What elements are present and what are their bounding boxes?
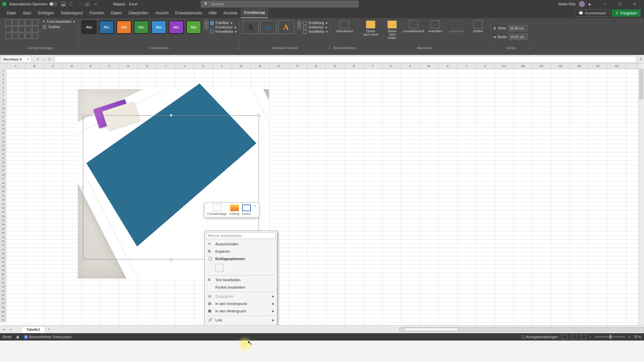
row-header[interactable]: 30: [0, 189, 6, 193]
mini-style-button[interactable]: Formatvorlage: [207, 204, 227, 216]
tab-ueberpruefen[interactable]: Überprüfen: [125, 8, 152, 18]
style-chip[interactable]: Abc: [134, 20, 149, 34]
row-header[interactable]: 60: [0, 314, 6, 318]
resize-handle[interactable]: [170, 114, 172, 117]
menu-edit-text[interactable]: AText bearbeiten: [205, 276, 277, 284]
row-header[interactable]: 8: [0, 98, 6, 102]
column-header[interactable]: W: [420, 64, 438, 69]
column-header[interactable]: AD: [551, 64, 570, 69]
row-header[interactable]: 6: [0, 90, 6, 94]
column-header[interactable]: K: [194, 64, 213, 69]
column-header[interactable]: L: [213, 64, 232, 69]
column-header[interactable]: AA: [495, 64, 514, 69]
row-header[interactable]: 55: [0, 293, 6, 297]
redo-icon[interactable]: [76, 1, 83, 7]
tab-ansicht[interactable]: Ansicht: [152, 8, 172, 18]
column-header[interactable]: A: [6, 64, 25, 69]
column-header[interactable]: AG: [607, 64, 626, 69]
menu-link[interactable]: 🔗Link▶: [205, 316, 277, 324]
row-header[interactable]: 2: [0, 73, 6, 77]
column-header[interactable]: T: [363, 64, 382, 69]
resize-handle[interactable]: [258, 114, 260, 117]
column-header[interactable]: Q: [307, 64, 326, 69]
shape-outline-button[interactable]: Formkontur ▾: [210, 25, 236, 29]
row-header[interactable]: 3: [0, 77, 6, 81]
shape-effects-button[interactable]: Formeffekte ▾: [210, 30, 236, 34]
row-header[interactable]: 59: [0, 310, 6, 314]
zoom-slider[interactable]: [595, 336, 625, 338]
column-header[interactable]: O: [269, 64, 288, 69]
column-header[interactable]: F: [100, 64, 119, 69]
sheet-nav-next[interactable]: ▸: [7, 327, 15, 331]
row-header[interactable]: 41: [0, 235, 6, 239]
view-page-layout-button[interactable]: [571, 335, 577, 339]
selection-pane-button[interactable]: Auswahlbereich: [404, 19, 423, 34]
row-header[interactable]: 49: [0, 268, 6, 273]
formula-input[interactable]: [54, 56, 637, 63]
row-headers[interactable]: 1234567891011121314151617181920212223242…: [0, 69, 6, 322]
qat-dropdown-icon[interactable]: ▾: [93, 1, 99, 7]
size-dialog-launcher[interactable]: ◿: [528, 46, 530, 49]
column-header[interactable]: C: [44, 64, 63, 69]
vertical-scrollbar[interactable]: [638, 64, 644, 325]
tab-datei[interactable]: Datei: [3, 8, 19, 18]
align-button[interactable]: Ausrichten: [425, 19, 445, 34]
row-header[interactable]: 21: [0, 152, 6, 156]
row-header[interactable]: 24: [0, 165, 6, 169]
column-headers[interactable]: ABCDEFGHIJKLMNOPQRSTUVWXYZAAABACADAEAFAG: [6, 64, 644, 69]
row-header[interactable]: 35: [0, 210, 6, 214]
column-header[interactable]: U: [382, 64, 401, 69]
enter-icon[interactable]: ✓: [41, 57, 46, 61]
mini-dropdown-icon[interactable]: ▼: [254, 204, 256, 207]
style-gallery-scroller[interactable]: ▴▾▿: [204, 20, 208, 29]
sheet-nav-prev[interactable]: ◂: [0, 327, 7, 331]
row-header[interactable]: 15: [0, 127, 6, 131]
rotate-button[interactable]: Drehen: [468, 19, 488, 34]
textfield-button[interactable]: ATextfeld: [42, 25, 76, 29]
column-header[interactable]: G: [119, 64, 138, 69]
macro-record-icon[interactable]: ▣: [16, 335, 19, 339]
row-header[interactable]: 54: [0, 289, 6, 293]
scrollbar-thumb[interactable]: [639, 69, 643, 99]
send-backward-button[interactable]: Ebene nach hinten: [382, 19, 402, 41]
resize-handle[interactable]: [82, 186, 84, 189]
row-header[interactable]: 58: [0, 306, 6, 310]
row-header[interactable]: 53: [0, 285, 6, 289]
column-header[interactable]: AB: [514, 64, 532, 69]
scrollbar-thumb[interactable]: [404, 328, 458, 331]
wordart-chip[interactable]: A: [278, 20, 294, 34]
text-outline-button[interactable]: Textkontur ▾: [303, 25, 328, 29]
cell-grid[interactable]: Formatvorlage Füllung Kontur ▼ Menüs dur…: [6, 69, 644, 325]
row-header[interactable]: 13: [0, 119, 6, 123]
save-icon[interactable]: [60, 1, 66, 7]
row-header[interactable]: 40: [0, 231, 6, 235]
wordart-chip[interactable]: A: [260, 20, 276, 34]
resize-handle[interactable]: [82, 114, 84, 117]
tab-acrobat[interactable]: Acrobat: [220, 8, 240, 18]
row-header[interactable]: 50: [0, 273, 6, 277]
select-all-triangle[interactable]: [0, 64, 6, 69]
autosave-toggle[interactable]: [49, 2, 57, 6]
row-header[interactable]: 7: [0, 94, 6, 98]
row-header[interactable]: 44: [0, 248, 6, 252]
column-header[interactable]: AF: [589, 64, 607, 69]
tab-hilfe[interactable]: Hilfe: [205, 8, 220, 18]
column-header[interactable]: R: [326, 64, 344, 69]
column-header[interactable]: I: [157, 64, 175, 69]
add-sheet-button[interactable]: ＋: [45, 327, 53, 332]
row-header[interactable]: 23: [0, 161, 6, 165]
wordart-dialog-launcher[interactable]: ◿: [327, 46, 330, 49]
view-normal-button[interactable]: [561, 335, 568, 339]
column-header[interactable]: B: [25, 64, 44, 69]
close-button[interactable]: ✕: [627, 0, 642, 8]
menu-bring-to-front[interactable]: ▤In den Vordergrund▶: [205, 300, 277, 307]
style-chip[interactable]: Abc: [99, 20, 114, 34]
column-header[interactable]: D: [63, 64, 82, 69]
row-header[interactable]: 25: [0, 169, 6, 173]
maximize-button[interactable]: ☐: [612, 0, 627, 8]
group-button[interactable]: Gruppieren: [447, 19, 466, 34]
tab-entwicklertools[interactable]: Entwicklertools: [172, 8, 205, 18]
zoom-in-button[interactable]: +: [628, 335, 630, 339]
row-header[interactable]: 29: [0, 185, 6, 189]
style-chip[interactable]: Abc: [151, 20, 166, 34]
